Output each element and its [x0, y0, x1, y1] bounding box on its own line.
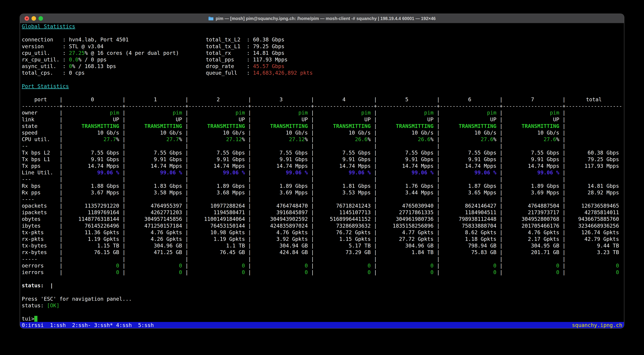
cell: 9.44 TB	[566, 242, 622, 249]
column-divider: |	[60, 249, 63, 256]
zoom-button[interactable]	[38, 16, 43, 21]
column-divider: |	[248, 269, 251, 276]
column-divider: |	[500, 96, 503, 103]
cell: TRANSMITTING	[503, 123, 562, 130]
cell: 14.74 Mpps	[126, 163, 185, 169]
cell	[314, 176, 374, 182]
column-divider: |	[185, 236, 188, 242]
cell: 99.06 %	[126, 169, 185, 176]
row-label: Tx pps	[22, 163, 60, 169]
column-divider: |	[122, 163, 126, 169]
port-row-line-util-: Line Util.|99.06 %|99.06 %|99.06 %|99.06…	[22, 169, 622, 176]
column-divider: |	[185, 136, 188, 143]
global-stat-label: drop_rate :	[206, 63, 253, 69]
port-row-rx-pps: Rx pps|3.67 Mpps|3.58 Mpps|3.68 Mpps|3.6…	[22, 189, 622, 196]
column-divider: |	[562, 262, 566, 269]
column-divider: |	[311, 183, 314, 189]
cell: 4764955397	[126, 202, 185, 209]
cell: 0	[126, 269, 185, 276]
minimize-button[interactable]	[32, 16, 36, 21]
column-divider: |	[437, 130, 440, 136]
cell: 0	[503, 269, 562, 276]
column-divider: |	[122, 209, 126, 216]
global-stat-value: 0 cps	[69, 70, 84, 76]
cell: pim	[126, 110, 185, 116]
cell: 27.72 Gpkts	[377, 236, 437, 242]
global-stat-label: queue_full :	[206, 70, 253, 76]
column-divider: |	[248, 209, 251, 216]
cell: UP	[63, 116, 122, 123]
port-row-oerrors: oerrors|0|0|0|0|0|0|0|0|0	[22, 262, 622, 269]
global-stat-right: total_tx_L2 : 60.38 Gbps	[206, 36, 284, 43]
column-divider: |	[500, 150, 503, 156]
prompt-line[interactable]: tui>	[22, 316, 622, 322]
column-divider: |	[374, 156, 377, 163]
column-divider: |	[122, 189, 126, 196]
column-divider: |	[185, 116, 188, 123]
cell: 5168996441152	[314, 216, 374, 222]
close-button[interactable]	[24, 16, 29, 21]
column-divider: |	[185, 183, 188, 189]
cell: 3.68 Mpps	[188, 189, 248, 196]
column-divider: |	[248, 163, 251, 169]
cell: 5.17 TB	[314, 242, 374, 249]
cell: 3.23 TB	[566, 249, 622, 256]
cell: 4262771203	[126, 209, 185, 216]
port-statistics-link[interactable]: Port Statistics	[22, 83, 69, 89]
column-divider: |	[562, 143, 566, 149]
cell: 1.76 Gbps	[377, 183, 437, 189]
cell: 14.74 Mpps	[314, 163, 374, 169]
global-stat-line: rx_cpu_util. : 0.0% / 0 ppstotal_pps : 1…	[22, 56, 622, 63]
column-divider: |	[562, 156, 566, 163]
cell: pim	[188, 110, 248, 116]
column-divider: |	[185, 156, 188, 163]
cell: 0	[188, 262, 248, 269]
column-divider: |	[122, 196, 126, 202]
global-stat-value: 117.93 Mpps	[253, 56, 288, 63]
port-row-ibytes: ibytes|76145226496|471250157184|76453150…	[22, 222, 622, 229]
cell: UP	[126, 116, 185, 123]
column-divider: |	[437, 123, 440, 130]
row-label: rx-pkts	[22, 236, 60, 242]
cell	[566, 176, 622, 182]
row-label: opackets	[22, 202, 60, 209]
row-label: owner	[22, 110, 60, 116]
cell	[503, 143, 562, 149]
cell: 0	[63, 269, 122, 276]
column-divider: |	[562, 269, 566, 276]
cell: 4765030940	[377, 202, 437, 209]
column-divider: |	[60, 216, 63, 222]
cell: 99.06 %	[377, 169, 437, 176]
global-statistics-link[interactable]: Global Statistics	[22, 23, 75, 30]
row-label: state	[22, 123, 60, 130]
port-stats-table: port|0|1|2|3|4|5|6|7|total------------+-…	[22, 96, 622, 276]
terminal-window: pim — [mosh] pim@squanchy.ipng.ch: /home…	[20, 14, 624, 328]
cell: 304.96 GB	[126, 242, 185, 249]
cell: 3.65 Mpps	[440, 189, 500, 196]
row-label: oerrors	[22, 262, 60, 269]
column-divider: |	[562, 242, 566, 249]
cell: 4.76 Gpkts	[251, 229, 311, 236]
cell	[503, 256, 562, 262]
column-divider: |	[374, 242, 377, 249]
column-divider: |	[122, 123, 126, 130]
cell: 3.58 Mpps	[126, 189, 185, 196]
column-divider: |	[311, 123, 314, 130]
cell: 60.38 Gbps	[566, 150, 622, 156]
window-titlebar[interactable]: pim — [mosh] pim@squanchy.ipng.ch: /home…	[20, 14, 624, 23]
text-cursor	[34, 316, 38, 322]
row-label: Rx bps	[22, 183, 60, 189]
cell	[566, 110, 622, 116]
global-stat-label: total_rx :	[206, 50, 253, 56]
column-divider: |	[60, 183, 63, 189]
column-divider: |	[437, 176, 440, 182]
cell: 304.94 GB	[251, 242, 311, 249]
cell: 126736589465	[566, 202, 622, 209]
column-header: 5	[377, 96, 437, 103]
cell	[63, 196, 122, 202]
column-divider: |	[60, 123, 63, 130]
global-stat-label: total_pps :	[206, 56, 253, 63]
column-divider: |	[374, 130, 377, 136]
cell: 7.55 Gbps	[503, 150, 562, 156]
column-divider: |	[60, 96, 63, 103]
